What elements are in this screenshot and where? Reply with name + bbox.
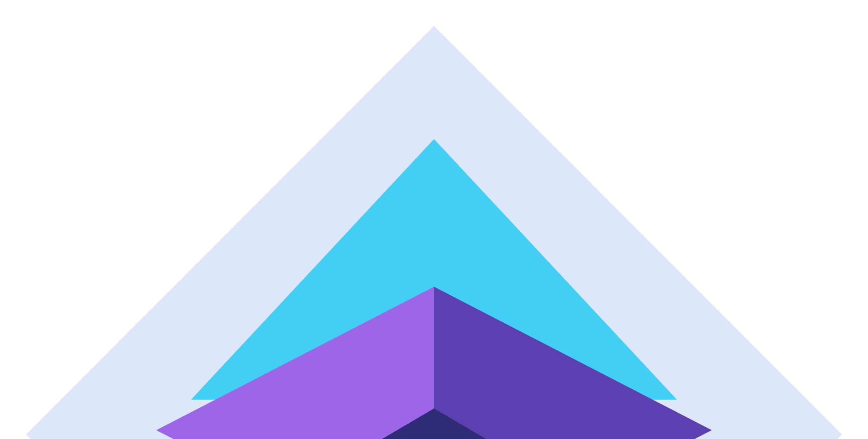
app-root: 神州问学 Smart Vision 对话 智能文件夹 工具集 应用市场 系统设置 [0,0,868,439]
brand-logo: 神州问学 Smart Vision [0,0,868,439]
brand-diamond-icon [0,0,868,439]
sidebar: 神州问学 Smart Vision 对话 智能文件夹 工具集 应用市场 系统设置 [0,0,868,439]
